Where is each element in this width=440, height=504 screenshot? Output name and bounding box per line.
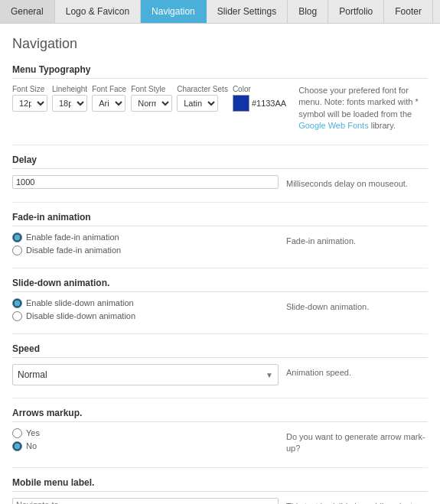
arrows-yes-label: Yes xyxy=(26,428,40,437)
arrows-row: Yes No Do you want to generate arrow mar… xyxy=(12,428,428,455)
delay-section: Delay Milliseconds delay on mouseout. xyxy=(12,154,428,190)
speed-title: Speed xyxy=(12,343,428,358)
lineheight-label: Lineheight xyxy=(52,85,87,93)
mobile-menu-hint: This text is visible in mobile select me… xyxy=(286,498,428,504)
fade-in-disable-label: Disable fade-in animation xyxy=(26,245,121,255)
font-row: Font Size 12px10px11px13px14px Lineheigh… xyxy=(12,85,428,132)
divider-3 xyxy=(12,268,428,268)
font-face-select[interactable]: AriaArialVerdanaGeorgia xyxy=(92,95,125,112)
fade-in-hint: Fade-in animation. xyxy=(286,232,428,247)
tab-footer[interactable]: Footer xyxy=(384,0,433,23)
speed-section: Speed NormalSlowFast ▼ Animation speed. xyxy=(12,343,428,385)
color-label: Color xyxy=(233,85,286,93)
fade-in-enable-label: Enable fade-in animation xyxy=(26,232,119,242)
tab-general[interactable]: General xyxy=(0,0,55,23)
slide-down-enable-radio[interactable] xyxy=(12,298,22,308)
arrows-hint: Do you want to generate arrow mark-up? xyxy=(286,428,428,455)
fade-in-disable[interactable]: Disable fade-in animation xyxy=(12,245,279,255)
mobile-menu-input[interactable] xyxy=(12,498,279,504)
slide-down-disable[interactable]: Disable slide-down animation xyxy=(12,311,279,321)
tab-bar: General Logo & Favicon Navigation Slider… xyxy=(0,0,440,24)
speed-row: NormalSlowFast ▼ Animation speed. xyxy=(12,364,428,385)
lineheight-select[interactable]: 18px14px16px20px22px xyxy=(52,95,87,112)
mobile-menu-title: Mobile menu label. xyxy=(12,477,428,492)
font-style-label: Font Style xyxy=(131,85,172,93)
slide-down-disable-label: Disable slide-down animation xyxy=(26,311,135,320)
slide-down-enable-label: Enable slide-down animation xyxy=(26,298,134,307)
slide-down-row: Enable slide-down animation Disable slid… xyxy=(12,298,428,321)
tab-portfolio[interactable]: Portfolio xyxy=(328,0,384,23)
divider-5 xyxy=(12,398,428,398)
character-sets-select[interactable]: LatinGreekCyrillic xyxy=(177,95,218,112)
google-web-fonts-link[interactable]: Google Web Fonts xyxy=(298,121,369,130)
fade-in-options: Enable fade-in animation Disable fade-in… xyxy=(12,232,279,255)
arrows-no-radio[interactable] xyxy=(12,441,22,451)
page-title: Navigation xyxy=(12,36,428,52)
color-hex-value: #1133AA xyxy=(252,99,286,108)
font-hint: Choose your prefered font for menu. Note… xyxy=(298,85,428,132)
delay-input[interactable] xyxy=(12,175,279,189)
tab-navigation[interactable]: Navigation xyxy=(141,0,207,23)
font-size-select[interactable]: 12px10px11px13px14px xyxy=(12,95,47,112)
fade-in-section: Fade-in animation Enable fade-in animati… xyxy=(12,212,428,255)
fade-in-title: Fade-in animation xyxy=(12,212,428,226)
slide-down-hint: Slide-down animation. xyxy=(286,298,428,313)
delay-hint: Milliseconds delay on mouseout. xyxy=(286,175,428,190)
arrows-options: Yes No xyxy=(12,428,279,451)
arrows-section: Arrows markup. Yes No Do you want to gen… xyxy=(12,408,428,455)
tab-slider-settings[interactable]: Slider Settings xyxy=(207,0,288,23)
character-sets-label: Character Sets xyxy=(177,85,228,93)
character-sets-group: Character Sets LatinGreekCyrillic xyxy=(177,85,228,112)
arrows-yes[interactable]: Yes xyxy=(12,428,279,438)
arrows-no[interactable]: No xyxy=(12,441,279,451)
arrows-no-label: No xyxy=(26,441,37,450)
font-face-label: Font Face xyxy=(92,85,126,93)
divider-4 xyxy=(12,333,428,334)
speed-select-wrapper: NormalSlowFast ▼ xyxy=(12,364,279,385)
slide-down-title: Slide-down animation. xyxy=(12,278,428,292)
mobile-menu-row: This text is visible in mobile select me… xyxy=(12,498,428,504)
delay-left xyxy=(12,175,279,189)
menu-typography-title: Menu Typography xyxy=(12,64,428,79)
fade-in-disable-radio[interactable] xyxy=(12,245,22,255)
font-style-select[interactable]: NormalBoldItalic xyxy=(131,95,172,112)
tab-blog[interactable]: Blog xyxy=(288,0,328,23)
menu-typography-section: Menu Typography Font Size 12px10px11px13… xyxy=(12,64,428,132)
speed-select[interactable]: NormalSlowFast xyxy=(13,365,278,385)
font-face-group: Font Face AriaArialVerdanaGeorgia xyxy=(92,85,126,112)
color-swatch[interactable] xyxy=(233,95,249,112)
slide-down-section: Slide-down animation. Enable slide-down … xyxy=(12,278,428,321)
font-style-group: Font Style NormalBoldItalic xyxy=(131,85,172,112)
arrows-yes-radio[interactable] xyxy=(12,428,22,438)
delay-row: Milliseconds delay on mouseout. xyxy=(12,175,428,190)
slide-down-enable[interactable]: Enable slide-down animation xyxy=(12,298,279,308)
tab-logo-favicon[interactable]: Logo & Favicon xyxy=(55,0,141,23)
fade-in-enable-radio[interactable] xyxy=(12,232,22,242)
speed-hint: Animation speed. xyxy=(286,364,428,379)
fade-in-enable[interactable]: Enable fade-in animation xyxy=(12,232,279,242)
divider-1 xyxy=(12,145,428,145)
divider-2 xyxy=(12,202,428,203)
font-size-label: Font Size xyxy=(12,85,47,93)
arrows-title: Arrows markup. xyxy=(12,408,428,422)
speed-left: NormalSlowFast ▼ xyxy=(12,364,279,385)
mobile-menu-left xyxy=(12,498,279,504)
fade-in-row: Enable fade-in animation Disable fade-in… xyxy=(12,232,428,255)
slide-down-disable-radio[interactable] xyxy=(12,311,22,321)
lineheight-group: Lineheight 18px14px16px20px22px xyxy=(52,85,87,112)
mobile-menu-section: Mobile menu label. This text is visible … xyxy=(12,477,428,504)
divider-6 xyxy=(12,467,428,468)
font-controls: Font Size 12px10px11px13px14px Lineheigh… xyxy=(12,85,286,112)
slide-down-options: Enable slide-down animation Disable slid… xyxy=(12,298,279,321)
font-size-group: Font Size 12px10px11px13px14px xyxy=(12,85,47,112)
delay-title: Delay xyxy=(12,154,428,169)
page-content: Navigation Menu Typography Font Size 12p… xyxy=(0,24,440,504)
color-group: Color #1133AA xyxy=(233,85,286,112)
